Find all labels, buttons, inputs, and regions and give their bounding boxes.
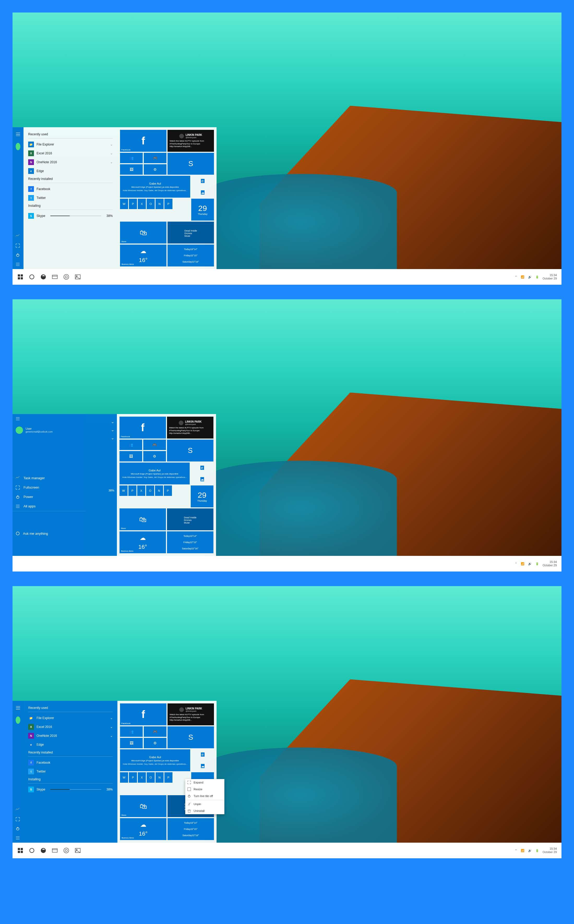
mini-tile-xbox[interactable]: 🎮 [143, 440, 166, 450]
task-manager-button[interactable] [13, 805, 24, 814]
fullscreen-button[interactable] [13, 241, 24, 250]
taskbar-edge[interactable] [38, 845, 49, 856]
mini-tile-contacts[interactable]: 👥 [120, 440, 142, 450]
tray-clock[interactable]: 15:34October 29 [543, 847, 557, 854]
user-profile[interactable]: Usergenericmail@outlook.com [13, 424, 85, 436]
hamburger-icon[interactable] [13, 703, 24, 714]
office-tile-word[interactable]: W [120, 772, 128, 783]
ctx-resize[interactable]: Resize [185, 786, 224, 793]
mini-tile-xbox[interactable]: 🎮 [144, 726, 166, 737]
tile-gabe-aul[interactable]: Gabe Aul Microsoft Edge (Project Spartan… [120, 749, 190, 771]
ctx-unpin[interactable]: Unpin [185, 801, 224, 808]
all-apps-button[interactable] [13, 833, 24, 843]
taskbar-file-explorer[interactable] [49, 845, 60, 856]
office-tile-onenote[interactable]: N [156, 772, 164, 783]
app-facebook[interactable]: fFacebook [28, 758, 113, 767]
tile-music[interactable]: Dead InsideDronesMuse [167, 508, 213, 530]
ctx-turn-off-live-tile[interactable]: Turn live tile off [185, 793, 224, 799]
tile-weather[interactable]: ☁16°Buenos Aires [120, 818, 166, 840]
tile-music[interactable]: Dead InsideDronesMuse [167, 222, 214, 244]
mini-tile-settings[interactable]: ⚙ [144, 738, 166, 748]
tile-skype[interactable]: S [167, 440, 213, 462]
mini-tile-settings[interactable]: ⚙ [143, 451, 166, 462]
tray-wifi-icon[interactable]: 📶 [521, 275, 524, 279]
tray-wifi-icon[interactable]: 📶 [521, 562, 524, 566]
office-tile-publisher[interactable]: P [164, 199, 172, 209]
tile-skype[interactable]: S [167, 153, 214, 175]
app-skype-installing[interactable]: SSkype38% [28, 211, 113, 220]
mini-tile-edge[interactable]: e [201, 179, 205, 183]
tile-gabe-aul[interactable]: Gabe Aul Microsoft Edge (Project Spartan… [120, 176, 190, 198]
tile-gabe-aul[interactable]: Gabe Aul Microsoft Edge (Project Spartan… [120, 462, 190, 484]
power-button[interactable]: Power [13, 492, 85, 501]
tray-volume-icon[interactable]: 🔊 [528, 275, 532, 279]
tile-skype[interactable]: S [167, 726, 214, 748]
app-edge[interactable]: eEdge [28, 740, 113, 749]
tray-battery-icon[interactable]: 🔋 [535, 849, 539, 852]
app-excel[interactable]: XExcel 2016⌄ [28, 723, 113, 731]
tile-store[interactable]: 🛍Store [120, 222, 166, 244]
office-tile-word[interactable]: W [120, 486, 128, 496]
tray-battery-icon[interactable]: 🔋 [535, 562, 539, 566]
fullscreen-button[interactable] [13, 814, 24, 824]
office-tile-excel[interactable]: X [138, 772, 146, 783]
ctx-uninstall[interactable]: Uninstall [185, 808, 224, 814]
office-tile-onenote[interactable]: N [156, 199, 164, 209]
tile-facebook[interactable]: fFacebook [120, 703, 166, 725]
office-tile-outlook[interactable]: O [147, 199, 155, 209]
tile-calendar[interactable]: 29Thursday [191, 199, 214, 221]
task-manager-button[interactable] [13, 231, 24, 241]
mini-tile-onedrive[interactable]: ☁ [201, 764, 205, 768]
office-tile-excel[interactable]: X [137, 486, 145, 496]
tile-facebook[interactable]: fFacebook [120, 416, 166, 438]
tile-forecast[interactable]: Today19°14° Friday22°15° Saturday22°16° [167, 818, 214, 840]
start-button[interactable] [14, 845, 26, 856]
tray-wifi-icon[interactable]: 📶 [521, 849, 524, 852]
chevron-down-icon[interactable]: ⌄ [88, 434, 114, 442]
tile-weather[interactable]: ☁16°Buenos Aires [120, 531, 166, 553]
office-tile-powerpoint[interactable]: P [128, 486, 136, 496]
office-tile-word[interactable]: W [120, 199, 128, 209]
start-button[interactable] [14, 271, 26, 283]
tile-forecast[interactable]: Today19°14° Friday22°15° Saturday22°16° [167, 245, 214, 266]
taskbar-edge[interactable] [38, 271, 49, 283]
app-twitter[interactable]: tTwitter [28, 767, 113, 776]
user-avatar[interactable] [13, 714, 24, 726]
ctx-expand[interactable]: Expand [185, 779, 224, 786]
app-edge[interactable]: eEdge [28, 167, 113, 176]
taskbar-photos[interactable] [72, 271, 84, 283]
cortana-button[interactable] [26, 271, 38, 283]
power-button[interactable] [13, 824, 24, 833]
office-tile-onenote[interactable]: N [155, 486, 163, 496]
task-manager-button[interactable]: Task manager [13, 473, 85, 483]
mini-tile-settings[interactable]: ⚙ [144, 164, 166, 175]
app-onenote[interactable]: NOneNote 2016⌄ [28, 731, 113, 740]
chevron-down-icon[interactable]: ⌄ [88, 418, 114, 426]
taskbar-settings[interactable] [60, 271, 72, 283]
tile-store[interactable]: 🛍Store [120, 795, 166, 817]
tray-battery-icon[interactable]: 🔋 [535, 275, 539, 279]
all-apps-button[interactable]: All apps [13, 501, 85, 511]
tile-facebook[interactable]: fFacebook [120, 130, 166, 152]
tray-chevron-icon[interactable]: ⌃ [515, 275, 517, 279]
tile-weather[interactable]: ☁16°Buenos Aires [120, 245, 166, 266]
mini-tile-photos[interactable]: 🖼 [120, 451, 142, 462]
tray-chevron-icon[interactable]: ⌃ [515, 562, 517, 566]
taskbar-photos[interactable] [72, 845, 84, 856]
tile-linkin-park[interactable]: LINKIN PARK@linkinpark Watch the latest … [167, 703, 214, 725]
mini-tile-onedrive[interactable]: ☁ [201, 190, 205, 195]
all-apps-button[interactable] [13, 260, 24, 269]
mini-tile-photos[interactable]: 🖼 [120, 738, 143, 748]
office-tile-outlook[interactable]: O [146, 486, 154, 496]
cortana-button[interactable] [26, 845, 38, 856]
fullscreen-button[interactable]: Fullscreen [13, 483, 85, 492]
office-tile-powerpoint[interactable]: P [129, 199, 137, 209]
tray-volume-icon[interactable]: 🔊 [528, 562, 532, 566]
app-twitter[interactable]: tTwitter [28, 193, 113, 202]
taskbar-file-explorer[interactable] [49, 271, 60, 283]
mini-tile-onedrive[interactable]: ☁ [200, 477, 204, 481]
hamburger-icon[interactable] [13, 129, 24, 140]
tile-store[interactable]: 🛍Store [120, 508, 166, 530]
chevron-down-icon[interactable]: ⌄ [88, 426, 114, 434]
mini-tile-edge[interactable]: e [200, 466, 204, 470]
